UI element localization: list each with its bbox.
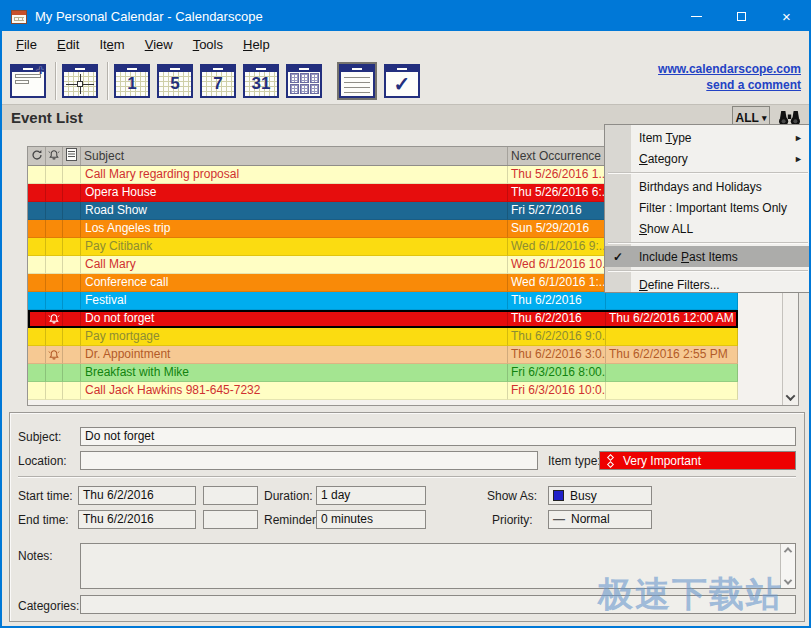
toolbar-separator — [55, 62, 56, 100]
duration-field[interactable]: 1 day — [316, 486, 426, 505]
alarm-cell — [46, 364, 63, 382]
notes-cell — [63, 166, 81, 184]
goto-date-button[interactable] — [60, 62, 100, 100]
event-subject: Opera House — [81, 184, 508, 202]
week-view-button[interactable]: 7 — [198, 62, 238, 100]
menu-edit[interactable]: Edit — [47, 33, 89, 56]
recurrence-cell — [28, 382, 46, 400]
event-next-occurrence: Wed 6/1/2016 9:... — [508, 238, 606, 256]
alarm-cell — [46, 166, 63, 184]
recurrence-cell — [28, 292, 46, 310]
menu-item[interactable]: Item — [89, 33, 134, 56]
notes-cell — [63, 274, 81, 292]
event-subject: Call Mary regarding proposal — [81, 166, 508, 184]
event-row[interactable]: Do not forgetThu 6/2/2016Thu 6/2/2016 12… — [28, 310, 738, 328]
year-view-button[interactable] — [284, 62, 324, 100]
priority-label: Priority: — [492, 513, 533, 527]
next-occurrence-column-header[interactable]: Next Occurrence — [508, 147, 606, 165]
end-time-field[interactable] — [203, 510, 258, 529]
event-subject: Pay mortgage — [81, 328, 508, 346]
menu-tools[interactable]: Tools — [183, 33, 233, 56]
list-view-button[interactable] — [337, 62, 377, 100]
maximize-icon — [737, 12, 746, 21]
subject-column-header[interactable]: Subject — [81, 147, 508, 165]
recurrence-cell — [28, 310, 46, 328]
event-next-occurrence: Thu 6/2/2016 — [508, 292, 606, 310]
minimize-button[interactable] — [674, 2, 719, 31]
menu-item-category[interactable]: Category► — [605, 148, 811, 169]
alarm-cell — [46, 220, 63, 238]
menu-item-include-past-items[interactable]: ✓Include Past Items — [605, 246, 811, 267]
event-next-occurrence: Thu 6/2/2016 — [508, 310, 606, 328]
subject-field[interactable]: Do not forget — [80, 427, 796, 446]
event-next-occurrence: Fri 6/3/2016 8:00... — [508, 364, 606, 382]
reminder-label: Reminder: — [264, 513, 319, 527]
notes-cell — [63, 346, 81, 364]
event-next-occurrence: Thu 5/26/2016 6:... — [508, 184, 606, 202]
event-subject: Breakfast with Mike — [81, 364, 508, 382]
menu-view[interactable]: View — [135, 33, 183, 56]
menu-help[interactable]: Help — [233, 33, 280, 56]
menu-separator — [605, 169, 811, 176]
close-button[interactable]: × — [764, 2, 809, 31]
alarm-icon — [48, 149, 60, 164]
recurrence-column-header[interactable] — [28, 147, 46, 165]
start-time-label: Start time: — [18, 489, 73, 503]
menu-item-birthdays-and-holidays[interactable]: Birthdays and Holidays — [605, 176, 811, 197]
month-view-button[interactable]: 31 — [241, 62, 281, 100]
notes-column-header[interactable] — [63, 147, 81, 165]
scroll-down-button[interactable] — [783, 390, 798, 405]
recurrence-icon — [31, 149, 43, 164]
document-icon — [66, 148, 77, 164]
priority-field[interactable]: —Normal — [548, 510, 652, 529]
event-row[interactable]: Pay mortgageThu 6/2/2016 9:0... — [28, 328, 738, 346]
start-time-field[interactable] — [203, 486, 258, 505]
reminder-field[interactable]: 0 minutes — [316, 510, 426, 529]
location-field[interactable] — [80, 451, 538, 470]
menu-separator — [605, 239, 811, 246]
website-link[interactable]: www.calendarscope.com — [658, 61, 801, 77]
menu-item-define-filters[interactable]: Define Filters... — [605, 274, 811, 295]
event-row[interactable]: Call Jack Hawkins 981-645-7232Fri 6/3/20… — [28, 382, 738, 400]
submenu-arrow-icon: ► — [794, 154, 803, 164]
day-view-button[interactable]: 1 — [112, 62, 152, 100]
notes-cell — [63, 202, 81, 220]
notes-cell — [63, 238, 81, 256]
event-subject: Pay Citibank — [81, 238, 508, 256]
menu-item-item-type[interactable]: Item Type► — [605, 127, 811, 148]
five-day-view-button[interactable]: 5 — [155, 62, 195, 100]
event-row[interactable]: Breakfast with MikeFri 6/3/2016 8:00... — [28, 364, 738, 382]
scroll-up-button[interactable] — [781, 544, 795, 556]
tasks-view-button[interactable]: ✓ — [382, 62, 422, 100]
app-icon — [11, 10, 27, 24]
event-reminder-time — [606, 364, 738, 382]
alarm-cell — [46, 274, 63, 292]
scroll-down-button[interactable] — [781, 576, 795, 588]
event-next-occurrence: Fri 5/27/2016 — [508, 202, 606, 220]
event-next-occurrence: Fri 6/3/2016 10:0... — [508, 382, 606, 400]
alarm-column-header[interactable] — [46, 147, 63, 165]
show-as-field[interactable]: Busy — [548, 486, 652, 505]
notes-cell — [63, 328, 81, 346]
end-date-field[interactable]: Thu 6/2/2016 — [78, 510, 196, 529]
checkmark-icon: ✓ — [605, 250, 631, 264]
event-subject: Festival — [81, 292, 508, 310]
item-type-field[interactable]: Very Important — [599, 451, 796, 470]
subject-label: Subject: — [18, 430, 61, 444]
notes-cell — [63, 382, 81, 400]
new-item-button[interactable]: + — [8, 62, 48, 100]
notes-cell — [63, 184, 81, 202]
notes-cell — [63, 310, 81, 328]
menu-item-show-all[interactable]: Show ALL — [605, 218, 811, 239]
window-title: My Personal Calendar - Calendarscope — [35, 9, 263, 24]
menu-file[interactable]: File — [6, 33, 47, 56]
maximize-button[interactable] — [719, 2, 764, 31]
send-comment-link[interactable]: send a comment — [658, 77, 801, 93]
menu-item-filter-important-items-only[interactable]: Filter : Important Items Only — [605, 197, 811, 218]
duration-label: Duration: — [264, 489, 313, 503]
recurrence-cell — [28, 184, 46, 202]
chevron-down-icon — [784, 576, 792, 584]
event-row[interactable]: Dr. AppointmentThu 6/2/2016 3:0...Thu 6/… — [28, 346, 738, 364]
start-date-field[interactable]: Thu 6/2/2016 — [78, 486, 196, 505]
alarm-icon — [48, 313, 60, 325]
